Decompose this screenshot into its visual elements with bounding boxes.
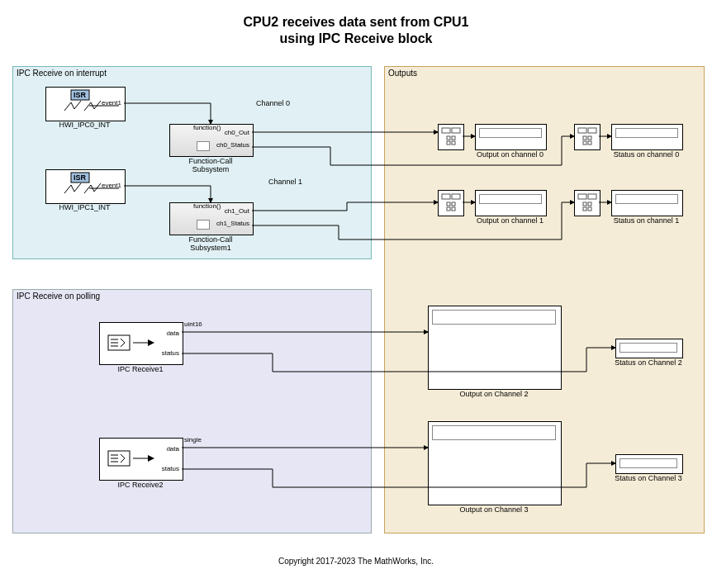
display-status-ch2-label: Status on Channel 2 [611, 358, 686, 367]
fcs1-trigger: function() [193, 202, 221, 210]
hwi1-event-port: event1 [102, 182, 121, 189]
channel1-label: Channel 1 [268, 178, 302, 186]
ipc2-label: IPC Receive2 [99, 481, 182, 489]
svg-rect-10 [108, 451, 130, 466]
svg-rect-30 [447, 202, 450, 206]
hwi0-event-port: event1 [102, 99, 121, 107]
svg-rect-22 [578, 128, 586, 133]
block-ipc-receive1[interactable]: data status [99, 322, 183, 365]
display-status-ch2[interactable] [615, 339, 683, 358]
svg-rect-18 [447, 136, 450, 140]
block-fcs0[interactable]: function() ch0_Out ch0_Status [169, 124, 254, 157]
ipc1-status-port: status [162, 349, 179, 357]
scope-output-ch2[interactable] [428, 306, 562, 390]
fcs0-out2: ch0_Status [216, 141, 249, 149]
svg-rect-25 [588, 136, 591, 140]
demux-stat1[interactable] [574, 190, 600, 216]
svg-rect-27 [588, 141, 591, 145]
svg-rect-31 [452, 202, 455, 206]
svg-rect-32 [447, 207, 450, 211]
display-output-ch0[interactable] [475, 124, 547, 150]
ipc1-label: IPC Receive1 [99, 365, 182, 373]
block-fcs1[interactable]: function() ch1_Out ch1_Status [169, 202, 254, 235]
svg-rect-35 [588, 194, 596, 199]
copyright-footer: Copyright 2017-2023 The MathWorks, Inc. [0, 557, 712, 566]
hwi0-isr-text: ISR [74, 91, 87, 99]
display-output-ch1[interactable] [475, 190, 547, 216]
demux-ch1[interactable] [438, 190, 464, 216]
block-ipc-receive2[interactable]: data status [99, 438, 183, 481]
region-interrupt-label: IPC Receive on interrupt [17, 69, 107, 78]
fcs1-label: Function-Call Subsystem1 [169, 235, 252, 252]
svg-rect-20 [447, 141, 450, 145]
channel0-label: Channel 0 [256, 99, 290, 107]
region-outputs-label: Outputs [388, 69, 417, 78]
fcs0-trigger: function() [193, 124, 221, 131]
block-hwi-ipc0[interactable]: ISR event1 [45, 87, 126, 121]
region-polling-label: IPC Receive on polling [17, 292, 100, 301]
fcs0-out2-icon [197, 141, 210, 151]
svg-rect-26 [583, 141, 586, 145]
display-status-ch1[interactable] [611, 190, 683, 216]
svg-rect-21 [452, 141, 455, 145]
svg-rect-4 [108, 335, 130, 350]
svg-rect-36 [583, 202, 586, 206]
hwi1-isr-text: ISR [74, 173, 87, 182]
svg-rect-37 [588, 202, 591, 206]
svg-rect-19 [452, 136, 455, 140]
diagram-title-line2: using IPC Receive block [0, 31, 712, 46]
ipc2-data-port: data [166, 445, 179, 453]
scope-output-ch3[interactable] [428, 421, 562, 505]
svg-marker-9 [148, 339, 154, 346]
fcs1-out2: ch1_Status [216, 220, 249, 227]
fcs0-label: Function-Call Subsystem [169, 157, 252, 173]
display-status-ch1-label: Status on channel 1 [611, 216, 681, 225]
display-status-ch3-label: Status on Channel 3 [611, 474, 686, 482]
display-status-ch0[interactable] [611, 124, 683, 150]
fcs1-out1: ch1_Out [225, 207, 249, 215]
block-hwi-ipc0-label: HWI_IPC0_INT [45, 121, 124, 129]
display-status-ch0-label: Status on channel 0 [611, 150, 681, 159]
svg-rect-29 [452, 194, 460, 199]
ipc1-data-port: data [166, 330, 179, 337]
display-output-ch0-label: Output on channel 0 [475, 150, 545, 159]
svg-marker-15 [148, 455, 154, 462]
svg-rect-38 [583, 207, 586, 211]
svg-rect-17 [452, 128, 460, 133]
svg-rect-16 [442, 128, 450, 133]
svg-rect-39 [588, 207, 591, 211]
ipc1-dtype: uint16 [184, 320, 202, 328]
simulink-canvas: CPU2 receives data sent from CPU1 using … [0, 0, 712, 588]
svg-rect-24 [583, 136, 586, 140]
fcs1-out2-icon [197, 220, 210, 230]
svg-rect-34 [578, 194, 586, 199]
display-output-ch1-label: Output on channel 1 [475, 216, 545, 225]
diagram-title-line1: CPU2 receives data sent from CPU1 [0, 15, 712, 30]
scope-output-ch3-label: Output on Channel 3 [428, 505, 560, 514]
scope-output-ch2-label: Output on Channel 2 [428, 390, 560, 398]
svg-rect-0 [71, 90, 89, 100]
ipc2-dtype: single [184, 436, 202, 443]
svg-rect-2 [71, 173, 89, 183]
svg-rect-28 [442, 194, 450, 199]
demux-stat0[interactable] [574, 124, 600, 150]
block-hwi-ipc1[interactable]: ISR event1 [45, 169, 126, 204]
fcs0-out1: ch0_Out [225, 129, 249, 136]
svg-rect-33 [452, 207, 455, 211]
svg-rect-23 [588, 128, 596, 133]
display-status-ch3[interactable] [615, 454, 683, 474]
ipc2-status-port: status [162, 465, 179, 472]
block-hwi-ipc1-label: HWI_IPC1_INT [45, 203, 124, 211]
demux-ch0[interactable] [438, 124, 464, 150]
